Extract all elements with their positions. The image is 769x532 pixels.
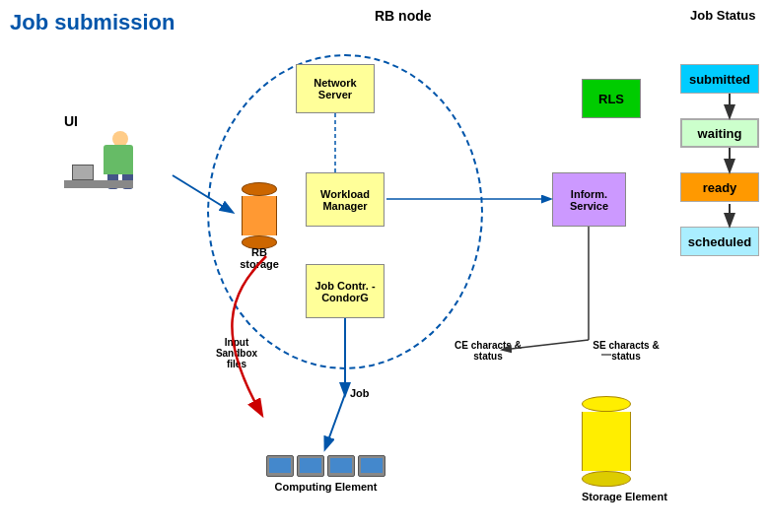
- se-characts-label: SE characts & status: [592, 340, 661, 362]
- status-waiting: waiting: [680, 118, 759, 148]
- ui-label: UI: [64, 113, 133, 129]
- storage-element-container: Storage Element: [582, 396, 667, 502]
- computer-icon-1: [266, 455, 294, 477]
- rb-node-label: RB node: [375, 8, 432, 24]
- computer-icon-4: [358, 455, 385, 477]
- status-submitted: submitted: [680, 64, 759, 94]
- computer-screen-3: [330, 458, 352, 473]
- cylinder-top: [242, 182, 277, 196]
- workload-manager-box: Workload Manager: [306, 172, 384, 227]
- computer-screen-2: [300, 458, 321, 473]
- computer-icon-2: [297, 455, 324, 477]
- se-cylinder-top: [582, 396, 631, 412]
- computer-screen-4: [361, 458, 383, 473]
- person-body: [104, 145, 133, 174]
- computer-icon-3: [327, 455, 355, 477]
- ce-label: Computing Element: [266, 481, 385, 493]
- inform-service-box: Inform. Service: [552, 172, 626, 227]
- person-figure: [64, 131, 133, 195]
- status-scheduled: scheduled: [680, 227, 759, 256]
- status-ready: ready: [680, 172, 759, 202]
- job-to-ce-arrow2: [325, 394, 345, 448]
- computing-element-container: Computing Element: [266, 455, 385, 493]
- job-status-label: Job Status: [690, 8, 755, 23]
- job-contr-box: Job Contr. - CondorG: [306, 264, 384, 318]
- desk: [64, 180, 133, 188]
- ce-computers: [266, 455, 385, 477]
- ui-container: UI: [64, 113, 133, 195]
- cylinder-body: [242, 196, 277, 235]
- se-cylinder-body: [582, 412, 631, 471]
- computer-screen-1: [269, 458, 291, 473]
- network-server-box: Network Server: [296, 64, 375, 113]
- page-title: Job submission: [10, 10, 175, 35]
- monitor: [72, 165, 94, 180]
- ce-characts-label: CE characts & status: [454, 340, 523, 362]
- job-label: Job: [350, 387, 370, 399]
- rls-box: RLS: [582, 79, 641, 118]
- rb-storage-label: RB storage: [235, 246, 284, 270]
- rb-storage-icon: [242, 182, 277, 249]
- input-sandbox-label: Input Sandbox files: [207, 337, 266, 369]
- se-label: Storage Element: [582, 491, 667, 502]
- se-cylinder-bottom: [582, 471, 631, 487]
